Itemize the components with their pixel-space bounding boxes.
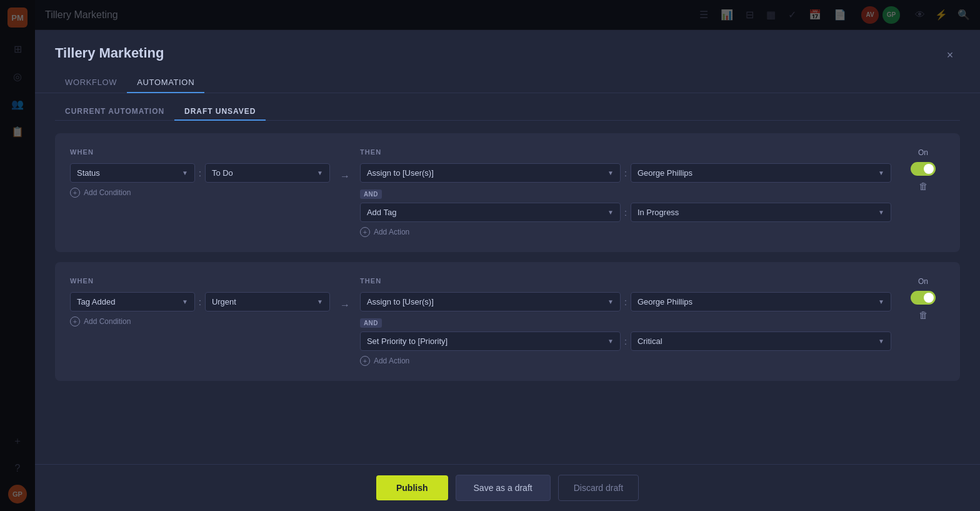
rule1-then-action2-dropdown[interactable]: Add Tag ▼ — [360, 203, 621, 222]
chevron-down-icon-9: ▼ — [608, 298, 614, 305]
rule2-then-value1-dropdown[interactable]: George Phillips ▼ — [631, 292, 891, 311]
rule1-add-action-button[interactable]: + Add Action — [360, 227, 891, 237]
publish-button[interactable]: Publish — [376, 475, 448, 500]
rule1-and-badge: AND — [360, 190, 382, 199]
rule2-toggle-block: On 🗑 — [901, 277, 945, 320]
rule2-colon-2: : — [624, 297, 627, 307]
rule2-then-action2-row: Set Priority to [Priority] ▼ : Critical … — [360, 331, 891, 351]
rule1-then-action2-row: Add Tag ▼ : In Progress ▼ — [360, 203, 891, 222]
rule2-when-field-dropdown[interactable]: Tag Added ▼ — [70, 292, 195, 311]
tab-workflow[interactable]: WORKFLOW — [55, 73, 127, 93]
plus-circle-icon-4: + — [360, 356, 370, 366]
sub-tab-draft[interactable]: DRAFT UNSAVED — [174, 103, 266, 121]
close-button[interactable]: × — [940, 45, 960, 65]
rule2-colon-3: : — [624, 336, 627, 347]
plus-circle-icon-1: + — [70, 188, 80, 198]
rule2-when-block: WHEN Tag Added ▼ : Urgent ▼ + — [70, 277, 330, 326]
modal-content: CURRENT AUTOMATION DRAFT UNSAVED WHEN St… — [35, 93, 980, 464]
rule1-then-action1-row: Assign to [User(s)] ▼ : George Phillips … — [360, 163, 891, 183]
chevron-down-icon-3: ▼ — [608, 169, 614, 176]
chevron-down-icon: ▼ — [182, 169, 188, 176]
chevron-down-icon-12: ▼ — [878, 338, 884, 345]
chevron-down-icon-10: ▼ — [878, 298, 884, 305]
modal-footer: Publish Save as a draft Discard draft — [35, 464, 980, 511]
rule1-add-condition-button[interactable]: + Add Condition — [70, 188, 330, 198]
rule1-then-action1-dropdown[interactable]: Assign to [User(s)] ▼ — [360, 163, 621, 183]
rule1-when-field-dropdown[interactable]: Status ▼ — [70, 163, 195, 183]
rule2-then-action1-dropdown[interactable]: Assign to [User(s)] ▼ — [360, 292, 621, 311]
rule2-add-condition-button[interactable]: + Add Condition — [70, 316, 330, 326]
chevron-down-icon-6: ▼ — [878, 209, 884, 216]
rule2-toggle[interactable] — [911, 291, 936, 305]
rule2-when-label: WHEN — [70, 277, 330, 285]
discard-draft-button[interactable]: Discard draft — [558, 475, 639, 501]
rule1-delete-button[interactable]: 🗑 — [919, 181, 928, 191]
sub-tabs: CURRENT AUTOMATION DRAFT UNSAVED — [55, 93, 960, 121]
rule2-delete-button[interactable]: 🗑 — [919, 310, 928, 320]
chevron-down-icon-8: ▼ — [317, 298, 323, 305]
rule2-on-label: On — [918, 277, 928, 286]
rule1-arrow: → — [340, 171, 350, 182]
chevron-down-icon-4: ▼ — [878, 169, 884, 176]
rule1-then-value1-dropdown[interactable]: George Phillips ▼ — [631, 163, 891, 183]
rule2-then-label: THEN — [360, 277, 891, 285]
rule1-colon-3: : — [624, 208, 627, 218]
rule2-and-badge: AND — [360, 318, 382, 328]
rule1-toggle-block: On 🗑 — [901, 148, 945, 191]
sub-tab-current[interactable]: CURRENT AUTOMATION — [55, 103, 174, 121]
plus-circle-icon-2: + — [360, 227, 370, 237]
plus-circle-icon-3: + — [70, 316, 80, 326]
rule2-arrow: → — [340, 300, 350, 311]
rule2-then-value2-dropdown[interactable]: Critical ▼ — [631, 331, 891, 351]
chevron-down-icon-5: ▼ — [608, 209, 614, 216]
modal-tabs: WORKFLOW AUTOMATION — [35, 65, 980, 93]
rule1-when-block: WHEN Status ▼ : To Do ▼ + — [70, 148, 330, 198]
automation-modal: Tillery Marketing × WORKFLOW AUTOMATION … — [35, 30, 980, 511]
rule1-when-value-dropdown[interactable]: To Do ▼ — [205, 163, 330, 183]
rule1-when-label: WHEN — [70, 148, 330, 156]
rule2-then-action2-dropdown[interactable]: Set Priority to [Priority] ▼ — [360, 331, 621, 351]
rule1-then-label: THEN — [360, 148, 891, 156]
chevron-down-icon-11: ▼ — [608, 338, 614, 345]
rule2-add-action-button[interactable]: + Add Action — [360, 356, 891, 366]
rule1-then-block: THEN Assign to [User(s)] ▼ : George Phil… — [360, 148, 891, 237]
rule2-then-action1-row: Assign to [User(s)] ▼ : George Phillips … — [360, 292, 891, 311]
modal-title: Tillery Marketing — [55, 45, 164, 61]
chevron-down-icon-7: ▼ — [182, 298, 188, 305]
rule1-on-label: On — [918, 148, 928, 157]
rule2-when-value-dropdown[interactable]: Urgent ▼ — [205, 292, 330, 311]
rule1-colon-2: : — [624, 168, 627, 178]
chevron-down-icon-2: ▼ — [317, 169, 323, 176]
rule2-when-condition-row: Tag Added ▼ : Urgent ▼ — [70, 292, 330, 311]
rule1-toggle-knob — [924, 164, 934, 174]
rule1-colon-1: : — [199, 168, 201, 178]
tab-automation[interactable]: AUTOMATION — [127, 73, 204, 93]
save-draft-button[interactable]: Save as a draft — [456, 475, 551, 501]
rule2-toggle-knob — [924, 293, 934, 303]
rule1-when-condition-row: Status ▼ : To Do ▼ — [70, 163, 330, 183]
rule1-then-value2-dropdown[interactable]: In Progress ▼ — [631, 203, 891, 222]
rule-card-2: WHEN Tag Added ▼ : Urgent ▼ + — [55, 262, 960, 381]
rule2-then-block: THEN Assign to [User(s)] ▼ : George Phil… — [360, 277, 891, 366]
rule1-toggle[interactable] — [911, 162, 936, 176]
rule2-colon-1: : — [199, 297, 201, 307]
modal-header: Tillery Marketing × — [35, 30, 980, 65]
rule-card-1: WHEN Status ▼ : To Do ▼ + — [55, 133, 960, 252]
